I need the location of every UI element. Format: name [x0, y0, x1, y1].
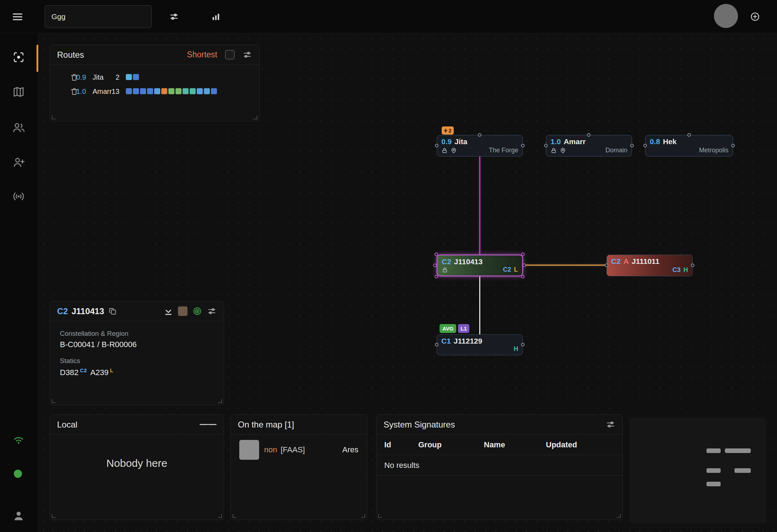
- map-node-jita[interactable]: 0.9Jita The Forge: [437, 135, 523, 157]
- sidebar-item-map-icon[interactable]: [11, 85, 26, 100]
- node-handle[interactable]: [521, 343, 525, 346]
- node-handle[interactable]: [522, 264, 526, 267]
- pilot-mini-avatar[interactable]: [178, 306, 188, 316]
- constellation-region-label: Constellation & Region: [60, 330, 214, 338]
- system-signatures-panel: System Signatures Id Group Name Updated …: [376, 414, 623, 520]
- connection-j110413-j111011[interactable]: [522, 265, 606, 266]
- level-badge: L1: [458, 324, 469, 333]
- node-handle[interactable]: [435, 144, 438, 147]
- resize-handle[interactable]: [52, 115, 56, 119]
- skeleton-bar: [706, 448, 721, 453]
- skeleton-bar: [734, 468, 751, 473]
- topbar: [0, 0, 777, 33]
- target-rings-icon[interactable]: [192, 306, 202, 316]
- map-name-input[interactable]: [45, 5, 152, 28]
- map-node-amarr[interactable]: 1.0Amarr Domain: [546, 135, 632, 157]
- routes-mode-checkbox[interactable]: [225, 50, 235, 60]
- column-name: Name: [484, 440, 546, 449]
- on-the-map-title: On the map [1]: [238, 420, 294, 430]
- resize-handle[interactable]: [218, 514, 222, 518]
- map-node-j110413[interactable]: C2J110413 C2L: [437, 255, 523, 276]
- route-row-jita[interactable]: 0.9 Jita 2: [50, 73, 259, 83]
- node-handle[interactable]: [630, 144, 634, 147]
- node-handle[interactable]: [587, 133, 591, 137]
- resize-handle[interactable]: [378, 514, 382, 518]
- add-icon[interactable]: [748, 10, 762, 24]
- signatures-empty-text: No results: [376, 455, 622, 476]
- routes-mode-label[interactable]: Shortest: [187, 50, 217, 60]
- sidebar-item-tracking-icon[interactable]: [11, 51, 26, 65]
- route-row-amarr[interactable]: 1.0 Amarr 13: [50, 87, 259, 97]
- connection-jita-j110413[interactable]: [479, 156, 480, 255]
- connection-status-wifi-icon: [11, 433, 26, 447]
- loading-widget-panel: [629, 418, 767, 523]
- node-handle[interactable]: [605, 264, 608, 267]
- map-node-hek[interactable]: 0.8Hek Metropolis: [645, 135, 733, 157]
- map-pin-icon: [560, 147, 566, 154]
- routes-settings-icon[interactable]: [242, 50, 252, 60]
- resize-handle[interactable]: [617, 514, 621, 518]
- avg-badge: AVG: [440, 324, 456, 333]
- resize-handle[interactable]: [218, 399, 222, 403]
- sidebar-item-broadcast-icon[interactable]: [11, 190, 26, 204]
- local-title: Local: [57, 420, 77, 430]
- system-info-panel: C2 J110413 Constellation & Region B-C00: [50, 301, 224, 405]
- app-root: 2 0.9Jita The Forge 1.0Amarr Domain 0.8H…: [0, 0, 777, 532]
- filters-icon[interactable]: [167, 10, 181, 24]
- sidebar-active-indicator: [37, 45, 38, 72]
- lock-icon: [550, 147, 557, 154]
- node-handle[interactable]: [433, 264, 437, 267]
- signatures-settings-icon[interactable]: [606, 420, 615, 429]
- node-handle[interactable]: [687, 133, 691, 137]
- j112129-badges: AVG L1: [440, 324, 469, 333]
- node-handle[interactable]: [521, 275, 525, 278]
- resize-handle[interactable]: [52, 514, 56, 518]
- sidebar-item-characters-icon[interactable]: [11, 121, 26, 135]
- pilot-row[interactable]: non [FAAS] Ares: [231, 438, 367, 462]
- collapse-icon[interactable]: [164, 307, 173, 316]
- statics-value: D382C2A239L: [60, 367, 214, 377]
- node-handle[interactable]: [731, 144, 735, 147]
- node-handle[interactable]: [544, 144, 548, 147]
- node-handle[interactable]: [691, 264, 694, 267]
- node-handle[interactable]: [435, 275, 438, 278]
- profile-icon[interactable]: [11, 509, 26, 523]
- connection-j110413-j112129[interactable]: [479, 276, 480, 334]
- copy-icon[interactable]: [108, 307, 117, 316]
- signatures-header-row: Id Group Name Updated: [376, 435, 622, 455]
- node-handle[interactable]: [435, 253, 438, 256]
- map-node-j111011[interactable]: C2AJ111011 C3H: [606, 255, 693, 276]
- resize-handle[interactable]: [233, 514, 236, 518]
- node-handle[interactable]: [521, 253, 525, 256]
- node-handle[interactable]: [435, 343, 438, 346]
- skeleton-bar: [706, 482, 721, 486]
- system-name-label: J110413: [72, 306, 104, 316]
- node-handle[interactable]: [521, 144, 525, 147]
- route-segments: [126, 74, 139, 80]
- pilot-portrait: [239, 440, 259, 460]
- resize-handle[interactable]: [253, 115, 257, 119]
- route-jump-count: 2: [100, 73, 119, 81]
- column-updated: Updated: [546, 440, 622, 449]
- signatures-title: System Signatures: [384, 420, 455, 430]
- skeleton-bar: [706, 468, 721, 473]
- resize-handle[interactable]: [361, 514, 365, 518]
- column-group: Group: [418, 440, 484, 449]
- sidebar-item-add-character-icon[interactable]: [11, 156, 26, 170]
- activity-chart-icon[interactable]: [209, 10, 223, 24]
- lock-icon: [441, 147, 448, 154]
- route-segments: [126, 88, 217, 94]
- menu-icon[interactable]: [11, 10, 25, 24]
- column-id: Id: [384, 440, 418, 449]
- skeleton-bar: [725, 448, 751, 453]
- jita-activity-badge: 2: [442, 126, 454, 135]
- user-avatar[interactable]: [714, 4, 738, 28]
- node-handle[interactable]: [643, 144, 647, 147]
- resize-handle[interactable]: [52, 399, 56, 403]
- local-empty-text: Nobody here: [50, 457, 224, 469]
- local-menu-icon[interactable]: [200, 422, 217, 427]
- node-handle[interactable]: [478, 133, 481, 137]
- map-node-j112129[interactable]: C1J112129 H: [437, 334, 523, 355]
- system-settings-icon[interactable]: [207, 306, 217, 316]
- local-panel: Local Nobody here: [50, 414, 224, 520]
